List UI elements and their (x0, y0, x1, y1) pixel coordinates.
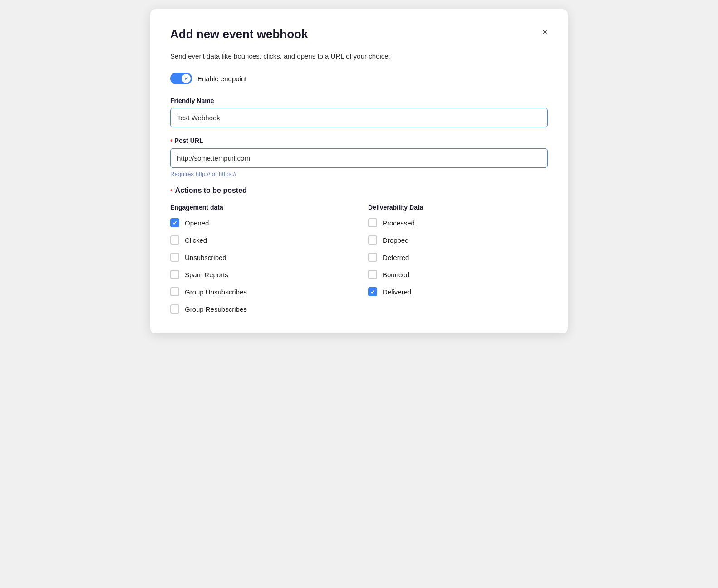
modal-description: Send event data like bounces, clicks, an… (170, 52, 548, 60)
deferred-label: Deferred (383, 254, 409, 261)
spam-reports-checkbox[interactable] (170, 270, 179, 279)
post-url-input[interactable] (170, 148, 548, 168)
list-item: Group Unsubscribes (170, 287, 350, 296)
clicked-label: Clicked (185, 236, 207, 244)
deliverability-column: Deliverability Data Processed Dropped De… (359, 204, 548, 314)
dropped-label: Dropped (383, 236, 409, 244)
post-url-label: • Post URL (170, 137, 548, 145)
list-item: Deferred (368, 253, 548, 262)
list-item: Dropped (368, 235, 548, 245)
spam-reports-label: Spam Reports (185, 271, 228, 279)
unsubscribed-label: Unsubscribed (185, 254, 226, 261)
list-item: Bounced (368, 270, 548, 279)
toggle-knob (182, 74, 191, 83)
toggle-label: Enable endpoint (197, 75, 246, 83)
unsubscribed-checkbox[interactable] (170, 253, 179, 262)
list-item: Group Resubscribes (170, 304, 350, 314)
list-item: Spam Reports (170, 270, 350, 279)
enable-endpoint-row: Enable endpoint (170, 73, 548, 84)
list-item: Clicked (170, 235, 350, 245)
opened-label: Opened (185, 219, 209, 227)
group-unsubscribes-label: Group Unsubscribes (185, 288, 247, 296)
enable-endpoint-toggle[interactable] (170, 73, 192, 84)
list-item: Processed (368, 218, 548, 227)
engagement-column: Engagement data Opened Clicked Unsubscri… (170, 204, 359, 314)
actions-section-title: • Actions to be posted (170, 186, 548, 195)
close-button[interactable]: × (542, 27, 548, 37)
engagement-header: Engagement data (170, 204, 350, 211)
engagement-checkbox-list: Opened Clicked Unsubscribed Spam Reports (170, 218, 350, 314)
group-unsubscribes-checkbox[interactable] (170, 287, 179, 296)
friendly-name-label: Friendly Name (170, 97, 548, 104)
bounced-checkbox[interactable] (368, 270, 377, 279)
delivered-checkbox[interactable] (368, 287, 377, 296)
list-item: Delivered (368, 287, 548, 296)
bounced-label: Bounced (383, 271, 409, 279)
processed-checkbox[interactable] (368, 218, 377, 227)
clicked-checkbox[interactable] (170, 235, 179, 245)
group-resubscribes-checkbox[interactable] (170, 304, 179, 314)
post-url-group: • Post URL Requires http:// or https:// (170, 137, 548, 177)
post-url-helper: Requires http:// or https:// (170, 171, 548, 177)
group-resubscribes-label: Group Resubscribes (185, 305, 247, 313)
add-webhook-modal: Add new event webhook × Send event data … (150, 9, 568, 333)
deliverability-checkbox-list: Processed Dropped Deferred Bounced (368, 218, 548, 296)
friendly-name-input[interactable] (170, 108, 548, 127)
list-item: Opened (170, 218, 350, 227)
actions-section: • Actions to be posted Engagement data O… (170, 186, 548, 314)
delivered-label: Delivered (383, 288, 411, 296)
opened-checkbox[interactable] (170, 218, 179, 227)
modal-title: Add new event webhook (170, 27, 308, 41)
actions-required-dot: • (170, 186, 173, 195)
modal-header: Add new event webhook × (170, 27, 548, 41)
actions-grid: Engagement data Opened Clicked Unsubscri… (170, 204, 548, 314)
processed-label: Processed (383, 219, 415, 227)
deliverability-header: Deliverability Data (368, 204, 548, 211)
friendly-name-group: Friendly Name (170, 97, 548, 127)
deferred-checkbox[interactable] (368, 253, 377, 262)
dropped-checkbox[interactable] (368, 235, 377, 245)
list-item: Unsubscribed (170, 253, 350, 262)
required-dot: • (170, 137, 173, 145)
